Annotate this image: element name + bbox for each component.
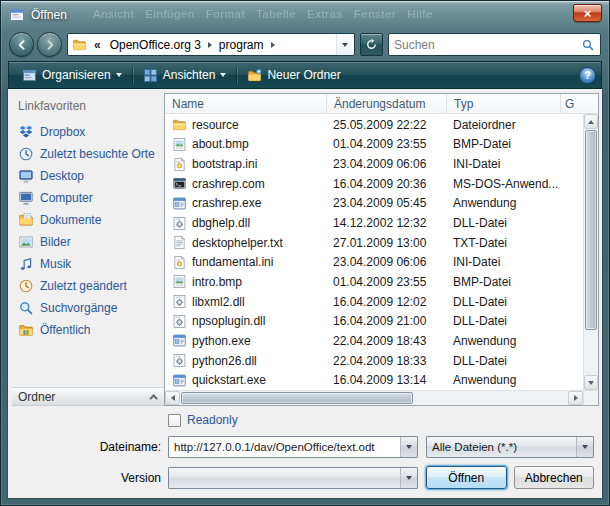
vertical-scroll-track[interactable] (584, 129, 598, 375)
sidebar-item-label: Zuletzt besuchte Orte (40, 147, 155, 161)
file-row[interactable]: crashrep.exe 23.04.2009 05:45 Anwendung (165, 194, 583, 214)
horizontal-scroll-track[interactable] (180, 391, 568, 405)
file-name-cell[interactable]: resource (165, 117, 327, 132)
sidebar-item[interactable]: Computer (12, 187, 164, 209)
open-button[interactable]: Öffnen (426, 466, 507, 489)
readonly-label[interactable]: Readonly (187, 413, 238, 427)
back-button[interactable] (9, 32, 34, 57)
sidebar-item[interactable]: Dropbox (12, 121, 164, 143)
address-bar[interactable]: « OpenOffice.org 3 program (67, 33, 355, 56)
column-header-size[interactable]: G (561, 94, 598, 113)
file-name-cell[interactable]: quickstart.exe (165, 373, 327, 388)
file-date-cell: 16.04.2009 20:36 (327, 177, 447, 191)
cancel-button[interactable]: Abbrechen (514, 466, 595, 489)
vertical-scroll-thumb[interactable] (585, 130, 597, 330)
scroll-left-button[interactable] (165, 391, 180, 405)
file-name-cell[interactable]: intro.bmp (165, 274, 327, 289)
file-row[interactable]: about.bmp 01.04.2009 23:55 BMP-Datei (165, 135, 583, 155)
breadcrumb-item[interactable]: OpenOffice.org 3 (105, 38, 206, 52)
sidebar-item[interactable]: Dokumente (12, 209, 164, 231)
horizontal-scrollbar[interactable] (165, 391, 583, 405)
forward-button[interactable] (37, 32, 62, 57)
scroll-right-button[interactable] (568, 391, 583, 405)
help-button[interactable]: ? (579, 67, 596, 84)
file-name-cell[interactable]: desktophelper.txt (165, 235, 327, 250)
filename-combobox[interactable]: http://127.0.0.1/dav/OpenOffice/text.odt (168, 436, 418, 458)
close-button[interactable]: × (573, 4, 602, 22)
sidebar-item[interactable]: Zuletzt besuchte Orte (12, 143, 164, 165)
filename-row: Dateiname: http://127.0.0.1/dav/OpenOffi… (8, 436, 594, 458)
folders-expander[interactable]: Ordner (12, 387, 164, 406)
sidebar-item[interactable]: Musik (12, 253, 164, 275)
triangle-up-icon (588, 120, 594, 124)
file-row[interactable]: python26.dll 22.04.2009 18:33 DLL-Datei (165, 351, 583, 371)
file-row[interactable]: fundamental.ini 23.04.2009 06:06 INI-Dat… (165, 252, 583, 272)
file-row[interactable]: libxml2.dll 16.04.2009 12:02 DLL-Datei (165, 292, 583, 312)
filetype-combobox[interactable]: Alle Dateien (*.*) (426, 436, 594, 458)
views-button[interactable]: Ansichten (135, 65, 235, 86)
file-name-cell[interactable]: npsoplugin.dll (165, 314, 327, 329)
sidebar-item[interactable]: Zuletzt geändert (12, 275, 164, 297)
file-row[interactable]: desktophelper.txt 27.01.2009 13:00 TXT-D… (165, 233, 583, 253)
version-value[interactable] (169, 468, 400, 488)
file-date-cell: 22.04.2009 18:33 (327, 354, 447, 368)
file-name-cell[interactable]: python.exe (165, 333, 327, 348)
file-name-cell[interactable]: python26.dll (165, 353, 327, 368)
file-type-icon (172, 235, 187, 250)
file-name-cell[interactable]: crashrep.com (165, 176, 327, 191)
file-name: python26.dll (192, 354, 257, 368)
file-row[interactable]: bootstrap.ini 23.04.2009 06:06 INI-Datei (165, 154, 583, 174)
filename-dropdown-button[interactable] (400, 437, 417, 457)
file-row[interactable]: intro.bmp 01.04.2009 23:55 BMP-Datei (165, 272, 583, 292)
file-type-icon (172, 274, 187, 289)
filetype-value[interactable]: Alle Dateien (*.*) (427, 437, 576, 457)
horizontal-scroll-thumb[interactable] (181, 392, 413, 404)
search-icon[interactable] (581, 38, 595, 52)
address-dropdown-button[interactable] (336, 34, 352, 55)
version-combobox[interactable] (168, 467, 418, 489)
new-folder-button[interactable]: Neuer Ordner (239, 65, 348, 86)
sidebar-item[interactable]: Öffentlich (12, 319, 164, 341)
file-row[interactable]: quickstart.exe 16.04.2009 13:14 Anwendun… (165, 370, 583, 390)
cancel-button-label: Abbrechen (525, 471, 583, 485)
file-row[interactable]: npsoplugin.dll 16.04.2009 21:00 DLL-Date… (165, 311, 583, 331)
sidebar-item[interactable]: Suchvorgänge (12, 297, 164, 319)
sidebar-item-icon (18, 234, 34, 250)
file-row[interactable]: resource 25.05.2009 22:22 Dateiordner (165, 115, 583, 135)
vertical-scrollbar[interactable] (583, 114, 598, 390)
file-row[interactable]: python.exe 22.04.2009 18:43 Anwendung (165, 331, 583, 351)
file-name-cell[interactable]: bootstrap.ini (165, 157, 327, 172)
refresh-button[interactable] (360, 33, 383, 56)
window-title: Öffnen (31, 8, 67, 22)
sidebar-item[interactable]: Bilder (12, 231, 164, 253)
file-name-cell[interactable]: dbghelp.dll (165, 216, 327, 231)
scroll-down-button[interactable] (584, 375, 598, 390)
file-row[interactable]: crashrep.com 16.04.2009 20:36 MS-DOS-Anw… (165, 174, 583, 194)
search-box[interactable]: Suchen (388, 33, 601, 56)
file-name-cell[interactable]: fundamental.ini (165, 255, 327, 270)
scroll-up-button[interactable] (584, 114, 598, 129)
file-name-cell[interactable]: about.bmp (165, 137, 327, 152)
breadcrumb-separator-icon[interactable] (271, 42, 275, 48)
filename-value[interactable]: http://127.0.0.1/dav/OpenOffice/text.odt (169, 437, 400, 457)
toolbar-separator (236, 67, 237, 84)
file-date-cell: 16.04.2009 12:02 (327, 295, 447, 309)
file-name-cell[interactable]: libxml2.dll (165, 294, 327, 309)
breadcrumb-overflow-button[interactable]: « (90, 38, 105, 52)
organize-icon (22, 68, 37, 83)
column-header-name[interactable]: Name (165, 94, 327, 113)
file-row[interactable]: dbghelp.dll 14.12.2002 12:32 DLL-Datei (165, 213, 583, 233)
file-typename-cell: BMP-Datei (447, 137, 561, 151)
organize-button[interactable]: Organisieren (14, 65, 130, 86)
column-header-type[interactable]: Typ (447, 94, 561, 113)
file-type-icon (172, 137, 187, 152)
sidebar-item[interactable]: Desktop (12, 165, 164, 187)
breadcrumb-separator-icon[interactable] (208, 42, 212, 48)
version-dropdown-button[interactable] (400, 468, 417, 488)
readonly-checkbox[interactable] (168, 414, 181, 427)
column-header-date[interactable]: Änderungsdatum (327, 94, 447, 113)
filetype-dropdown-button[interactable] (576, 437, 593, 457)
titlebar[interactable]: Öffnen Ansicht Einfügen Format Tabelle E… (1, 1, 609, 28)
file-name-cell[interactable]: crashrep.exe (165, 196, 327, 211)
breadcrumb-item[interactable]: program (214, 38, 269, 52)
